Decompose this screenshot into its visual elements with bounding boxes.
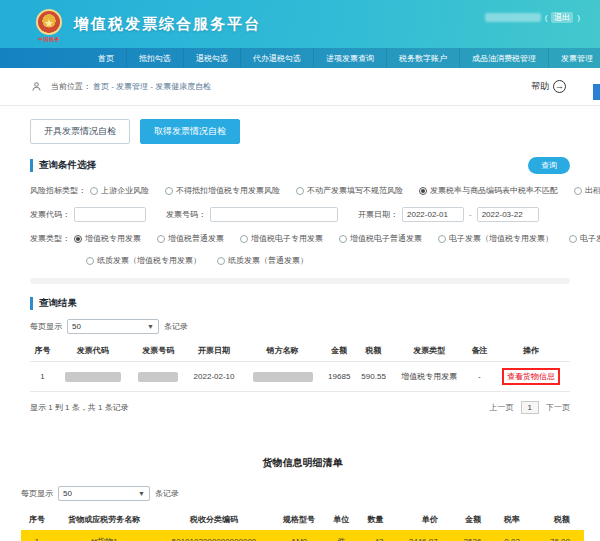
nav-item-tax-digital-account[interactable]: 税务数字账户 — [387, 48, 460, 68]
goods-detail-title: 货物信息明细清单 — [21, 456, 584, 470]
radio-icon — [339, 235, 347, 243]
radio-icon — [217, 257, 225, 265]
invoice-no-label: 发票号码： — [166, 209, 206, 220]
help-label: 帮助 — [531, 80, 549, 93]
radio-type-special[interactable]: 增值税专用发票 — [74, 233, 141, 244]
cell-date: 2022-02-10 — [186, 362, 242, 392]
main-nav: 首页 抵扣勾选 退税勾选 代办退税勾选 进项发票查询 税务数字账户 成品油消费税… — [0, 48, 600, 68]
date-from-input[interactable] — [402, 207, 464, 222]
radio-label: 增值税普通发票 — [168, 233, 224, 244]
col-tax-rate: 税率 — [495, 509, 534, 530]
col-amount: 金额 — [452, 509, 496, 530]
radio-type-einvoice-special[interactable]: 电子发票（增值税专用发票） — [438, 233, 553, 244]
detail-header-row: 序号 货物或应税劳务名称 税收分类编码 规格型号 单位 数量 单价 金额 税率 … — [21, 509, 584, 530]
results-table: 序号 发票代码 发票号码 开票日期 销方名称 金额 税额 发票类型 备注 操作 … — [30, 340, 570, 392]
nav-item-deduction-check[interactable]: 抵扣勾选 — [127, 48, 184, 68]
radio-type-general[interactable]: 增值税普通发票 — [157, 233, 224, 244]
breadcrumb-label: 当前位置： — [51, 81, 91, 92]
detail-table-body: 1**货物15010103000000000000AM0件432446.9725… — [21, 530, 584, 541]
col-seller: 销方名称 — [242, 340, 322, 362]
invoice-fields-row: 发票代码： 发票号码： 开票日期： - — [30, 207, 570, 222]
brand-subtitle: 中国税务 — [36, 36, 62, 42]
pagesize-value: 50 — [72, 322, 81, 331]
paren-close: ) — [577, 13, 580, 22]
goods-detail-table: 序号 货物或应税劳务名称 税收分类编码 规格型号 单位 数量 单价 金额 税率 … — [21, 509, 584, 541]
username-redacted — [485, 13, 541, 22]
radio-label: 上游企业风险 — [101, 185, 149, 196]
table-cell: 2536 — [452, 530, 496, 541]
col-tax: 税额 — [356, 340, 392, 362]
radio-icon — [296, 187, 304, 195]
radio-type-paper-special[interactable]: 纸质发票（增值税专用发票） — [86, 255, 201, 266]
nav-item-invoice-management[interactable]: 发票管理 — [549, 48, 600, 68]
radio-label: 不得抵扣增值税专用发票风险 — [176, 185, 280, 196]
radio-realestate-fill-risk[interactable]: 不动产发票填写不规范风险 — [296, 185, 403, 196]
radio-label: 不动产发票填写不规范风险 — [307, 185, 403, 196]
col-invoice-code: 发票代码 — [55, 340, 130, 362]
cell-type: 增值税专用发票 — [391, 362, 466, 392]
section-divider — [30, 278, 570, 284]
tab-issued-invoice-check[interactable]: 开具发票情况自检 — [30, 119, 130, 144]
radio-rate-mismatch-risk[interactable]: 发票税率与商品编码表中税率不匹配 — [419, 185, 558, 196]
nav-item-home[interactable]: 首页 — [86, 48, 127, 68]
help-button[interactable]: 帮助 → — [531, 80, 566, 93]
search-button[interactable]: 查询 — [528, 157, 570, 174]
nav-item-oil-tax-management[interactable]: 成品油消费税管理 — [460, 48, 549, 68]
pagesize-value: 50 — [63, 489, 72, 498]
table-cell: 5010103000000000000 — [156, 530, 273, 541]
cell-seq: 1 — [30, 362, 55, 392]
help-arrow-icon: → — [553, 80, 566, 93]
records-label: 条记录 — [155, 488, 179, 499]
radio-type-e-special[interactable]: 增值税电子专用发票 — [240, 233, 323, 244]
results-pagesize-row: 每页显示 50 ▼ 条记录 — [30, 319, 570, 334]
query-conditions-title: 查询条件选择 — [30, 159, 96, 172]
national-emblem-icon: ★ — [36, 9, 62, 35]
radio-upstream-risk[interactable]: 上游企业风险 — [90, 185, 149, 196]
invoice-code-input[interactable] — [74, 207, 146, 222]
invoice-type-label: 发票类型： — [30, 233, 70, 244]
nav-item-input-invoice-query[interactable]: 进项发票查询 — [314, 48, 387, 68]
col-goods-name: 货物或应税劳务名称 — [53, 509, 156, 530]
pagesize-select[interactable]: 50 ▼ — [67, 319, 159, 334]
radio-icon — [165, 187, 173, 195]
app-header: ★ 中国税务 增值税发票综合服务平台 ( 退出 ) — [0, 0, 600, 48]
results-header-row: 序号 发票代码 发票号码 开票日期 销方名称 金额 税额 发票类型 备注 操作 — [30, 340, 570, 362]
nav-item-agent-refund-check[interactable]: 代办退税勾选 — [241, 48, 314, 68]
col-spec: 规格型号 — [272, 509, 325, 530]
table-cell: 件 — [326, 530, 357, 541]
breadcrumb-path[interactable]: 首页 - 发票管理 - 发票健康度自检 — [93, 81, 211, 92]
self-check-tabs: 开具发票情况自检 取得发票情况自检 — [30, 119, 570, 144]
chevron-down-icon: ▼ — [138, 490, 145, 497]
col-unit-price: 单价 — [397, 509, 451, 530]
next-page-button[interactable]: 下一页 — [546, 402, 570, 413]
side-float-widget[interactable] — [593, 84, 600, 100]
location-icon — [30, 80, 43, 93]
radio-icon — [90, 187, 98, 195]
results-pagination: 上一页 1 下一页 — [490, 401, 570, 414]
detail-pagesize-select[interactable]: 50 ▼ — [58, 486, 150, 501]
radio-type-einvoice-general[interactable]: 电子发票（普通发票） — [569, 233, 600, 244]
logout-link[interactable]: 退出 — [551, 12, 573, 23]
results-summary-row: 显示 1 到 1 条，共 1 条记录 上一页 1 下一页 — [30, 401, 570, 414]
view-goods-info-link[interactable]: 查看货物信息 — [502, 368, 560, 385]
app-title: 增值税发票综合服务平台 — [74, 15, 261, 34]
tab-received-invoice-check[interactable]: 取得发票情况自检 — [140, 119, 240, 144]
table-row: 1**货物15010103000000000000AM0件432446.9725… — [21, 530, 584, 541]
radio-label: 出租不动产发票不规范 — [585, 185, 600, 196]
radio-rent-realestate-risk[interactable]: 出租不动产发票不规范 — [574, 185, 600, 196]
page-number-button[interactable]: 1 — [521, 401, 539, 414]
date-to-input[interactable] — [477, 207, 539, 222]
radio-label: 电子发票（增值税专用发票） — [449, 233, 553, 244]
col-tax-amount: 税额 — [534, 509, 584, 530]
table-cell: 0.03 — [495, 530, 534, 541]
radio-icon — [574, 187, 582, 195]
radio-type-e-general[interactable]: 增值税电子普通发票 — [339, 233, 422, 244]
results-summary: 显示 1 到 1 条，共 1 条记录 — [30, 402, 129, 413]
radio-label: 电子发票（普通发票） — [580, 233, 600, 244]
prev-page-button[interactable]: 上一页 — [490, 402, 514, 413]
radio-non-deductible-risk[interactable]: 不得抵扣增值税专用发票风险 — [165, 185, 280, 196]
nav-item-refund-check[interactable]: 退税勾选 — [184, 48, 241, 68]
risk-type-label: 风险指标类型： — [30, 185, 86, 196]
invoice-no-input[interactable] — [210, 207, 338, 222]
radio-type-paper-general[interactable]: 纸质发票（普通发票） — [217, 255, 308, 266]
